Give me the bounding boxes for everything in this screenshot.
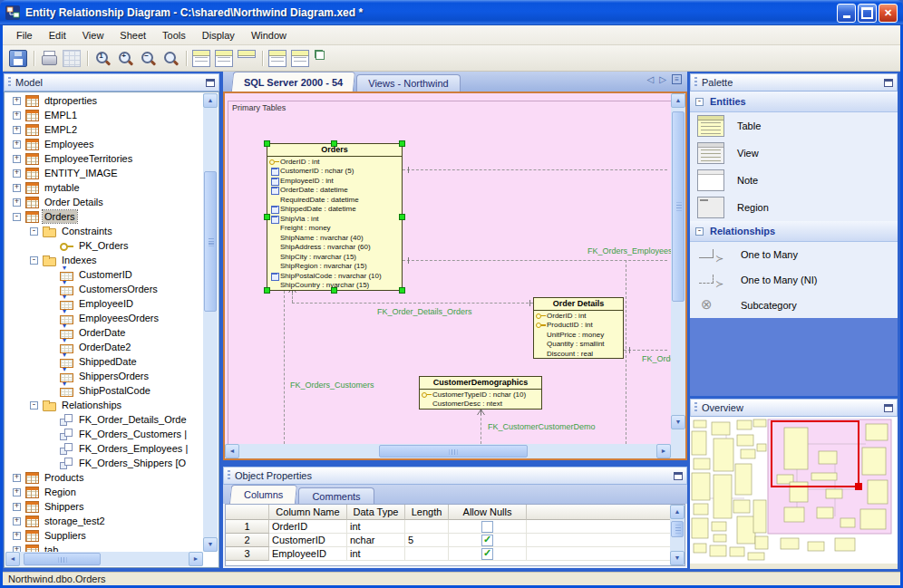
toolbar-button[interactable] (39, 49, 59, 68)
tree-item[interactable]: FK_Order_Details_Orde (5, 412, 203, 427)
selection-handle[interactable] (331, 140, 337, 147)
sheet-tab[interactable]: SQL Server 2000 - 54 (231, 72, 356, 92)
scroll-up-icon[interactable]: ▲ (671, 93, 685, 108)
tree-item[interactable]: + Region (5, 485, 203, 499)
tree-item[interactable]: FK_Orders_Customers | (5, 427, 203, 441)
tree-expander-icon[interactable]: + (13, 126, 21, 134)
tree-horizontal-scrollbar[interactable]: ◄ ► (5, 552, 203, 566)
tree-expander-icon[interactable]: - (30, 256, 38, 265)
menu-item[interactable]: Display (194, 27, 243, 43)
toolbar-button[interactable] (62, 49, 82, 68)
row-number-cell[interactable]: 3 (226, 547, 269, 561)
relationships-section-header[interactable]: - Relationships (690, 221, 898, 242)
column-name-cell[interactable]: CustomerID (269, 534, 347, 547)
tree-item[interactable]: + Suppliers (5, 528, 203, 543)
tree-item[interactable]: FK_Orders_Employees | (5, 441, 203, 456)
tree-item[interactable]: PK_Orders (5, 238, 203, 253)
toolbar-button[interactable] (290, 49, 310, 68)
float-panel-icon[interactable] (884, 404, 893, 412)
tree-expander-icon[interactable]: + (13, 517, 21, 525)
data-type-cell[interactable]: nchar (347, 534, 405, 547)
overview-header[interactable]: Overview (690, 399, 898, 417)
properties-tab[interactable]: Comments (298, 487, 374, 504)
toolbar-button[interactable] (267, 49, 287, 68)
relationship-line[interactable] (626, 260, 626, 444)
relationship-line[interactable] (292, 303, 533, 304)
scrollbar-thumb[interactable] (24, 553, 101, 565)
grid-vertical-scrollbar[interactable]: ▲ ▼ (670, 505, 685, 565)
entity-customer-demographics[interactable]: CustomerDemographics CustomerTypeID : nc… (419, 376, 542, 410)
scroll-down-icon[interactable]: ▼ (671, 415, 685, 429)
grid-header-cell[interactable]: Data Type (347, 505, 405, 520)
tree-item[interactable]: - Relationships (5, 398, 203, 412)
allow-nulls-checkbox[interactable] (481, 548, 493, 560)
palette-item[interactable]: One to Many (690, 242, 898, 267)
length-cell[interactable]: 5 (405, 534, 449, 547)
tree-expander-icon[interactable]: + (13, 503, 21, 511)
toolbar-button[interactable] (92, 49, 112, 68)
relationship-line[interactable] (403, 169, 667, 170)
relationship-line[interactable] (403, 260, 667, 261)
tree-item[interactable]: ShipPostalCode (5, 383, 203, 398)
length-cell[interactable] (405, 547, 449, 561)
diagram-canvas[interactable]: Primary Tables (225, 93, 671, 444)
tree-item[interactable]: ShippersOrders (5, 369, 203, 383)
palette-item[interactable]: Table (690, 112, 898, 140)
tree-item[interactable]: - Constraints (5, 224, 203, 238)
float-panel-icon[interactable] (674, 472, 683, 480)
relationship-line[interactable] (284, 291, 285, 444)
toolbar-button[interactable] (214, 49, 234, 68)
tree-item[interactable]: OrderDate2 (5, 340, 203, 354)
tree-expander-icon[interactable]: + (13, 140, 21, 149)
length-cell[interactable] (405, 520, 449, 534)
tree-expander-icon[interactable]: + (13, 155, 21, 163)
tree-item[interactable]: FK_Orders_Shippers [O (5, 456, 203, 470)
scrollbar-thumb[interactable] (379, 445, 528, 458)
tree-expander-icon[interactable]: + (13, 111, 21, 120)
selection-handle[interactable] (399, 214, 405, 220)
tree-item[interactable]: + tab (5, 543, 203, 552)
allow-nulls-checkbox[interactable] (481, 521, 493, 533)
selection-handle[interactable] (264, 287, 270, 294)
menu-item[interactable]: View (74, 27, 112, 43)
prev-sheet-icon[interactable]: ◁ (647, 74, 655, 84)
palette-item[interactable]: Subcategory (690, 293, 898, 318)
tree-item[interactable]: + EMPL2 (5, 122, 203, 137)
tree-item[interactable]: - Orders (5, 209, 203, 224)
tree-expander-icon[interactable]: - (30, 227, 38, 236)
relationship-line[interactable] (624, 350, 667, 351)
toolbar-button[interactable] (313, 49, 333, 68)
selection-handle[interactable] (331, 287, 337, 294)
selection-handle[interactable] (264, 140, 270, 147)
object-properties-header[interactable]: Object Properties (223, 467, 687, 485)
entity-order-details[interactable]: Order Details OrderID : int (533, 297, 624, 359)
palette-item[interactable]: Region (690, 194, 898, 221)
tree-expander-icon[interactable]: + (13, 169, 21, 178)
float-panel-icon[interactable] (884, 79, 893, 87)
model-panel-header[interactable]: Model (4, 73, 219, 92)
grid-header-cell[interactable]: Allow Nulls (449, 505, 527, 520)
tree-item[interactable]: OrderDate (5, 325, 203, 340)
tree-item[interactable]: + Order Details (5, 195, 203, 209)
tree-item[interactable]: EmployeeID (5, 296, 203, 311)
tree-item[interactable]: + ENTITY_IMAGE (5, 166, 203, 180)
column-name-cell[interactable]: OrderID (269, 520, 347, 534)
scroll-down-icon[interactable]: ▼ (670, 551, 685, 565)
toolbar-button[interactable] (191, 49, 211, 68)
scroll-right-icon[interactable]: ► (189, 552, 203, 566)
scroll-up-icon[interactable]: ▲ (670, 505, 685, 519)
sheet-tab[interactable]: Views - Northwind (356, 74, 460, 92)
menu-item[interactable]: Edit (41, 27, 74, 43)
tree-vertical-scrollbar[interactable]: ▲ ▼ (203, 93, 218, 552)
tree-item[interactable]: CustomersOrders (5, 282, 203, 296)
tree-item[interactable]: EmployeesOrders (5, 311, 203, 325)
palette-item[interactable]: Note (690, 167, 898, 194)
scrollbar-thumb[interactable] (672, 111, 685, 302)
selection-handle[interactable] (399, 140, 405, 147)
scroll-left-icon[interactable]: ◄ (5, 552, 20, 566)
palette-header[interactable]: Palette (690, 73, 898, 92)
tree-expander-icon[interactable]: + (13, 532, 21, 540)
scroll-down-icon[interactable]: ▼ (203, 537, 218, 552)
entity-orders[interactable]: Orders OrderID : int (267, 143, 403, 291)
scrollbar-thumb[interactable] (204, 171, 217, 312)
